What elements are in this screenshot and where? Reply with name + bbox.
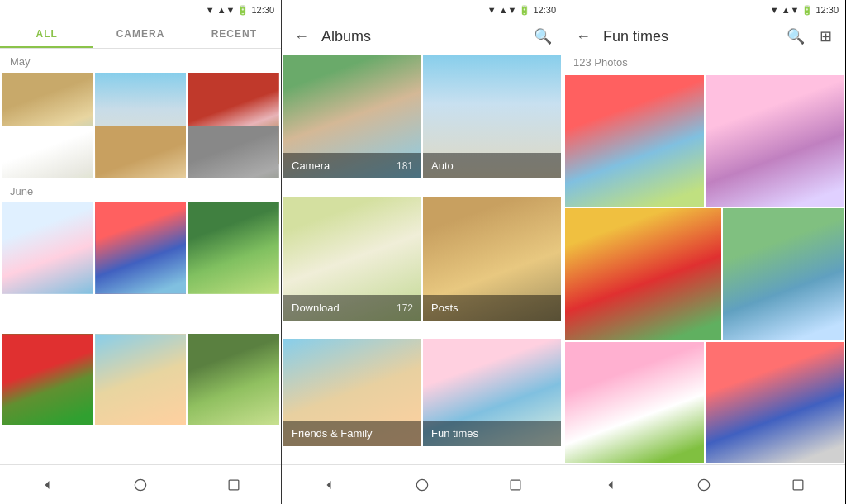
svg-point-7 (699, 479, 710, 490)
signal-icon-2: ▼ (487, 5, 497, 15)
search-icon[interactable]: 🔍 (533, 26, 553, 46)
svg-marker-3 (326, 481, 330, 489)
grid-icon-3[interactable]: ⊞ (815, 26, 835, 46)
album-label-friends: Friends & Family (283, 421, 421, 446)
list-item[interactable] (565, 208, 721, 340)
panel-all-photos: ▼ ▲▼ 🔋 12:30 ALL CAMERA RECENT May June (0, 0, 282, 504)
album-label-camera: Camera 181 (283, 153, 421, 178)
fun-times-title: Fun times (603, 28, 776, 45)
svg-marker-6 (608, 481, 612, 489)
album-count: 172 (397, 302, 413, 314)
back-button-3[interactable] (596, 470, 625, 500)
fun-row-3 (565, 342, 844, 463)
album-name: Auto (431, 159, 454, 172)
home-button-3[interactable] (689, 470, 719, 500)
album-name: Download (292, 302, 340, 314)
album-count: 181 (397, 160, 413, 172)
time-2: 12:30 (533, 5, 556, 15)
list-item[interactable] (95, 202, 187, 294)
status-bar-3: ▼ ▲▼ 🔋 12:30 (563, 0, 845, 20)
list-item[interactable] (706, 342, 844, 463)
list-item[interactable] (188, 202, 279, 294)
status-bar-1: ▼ ▲▼ 🔋 12:30 (0, 0, 281, 20)
album-name: Friends & Family (292, 427, 373, 440)
tab-camera[interactable]: CAMERA (93, 20, 187, 48)
tabs-bar: ALL CAMERA RECENT (0, 20, 281, 49)
section-june: June (0, 178, 281, 201)
photo-grid-june (0, 201, 281, 464)
network-icon-3: ▲▼ (782, 5, 800, 15)
network-icon-2: ▲▼ (499, 5, 517, 15)
album-label-funtimes: Fun times (423, 421, 561, 446)
search-icon-3[interactable]: 🔍 (786, 26, 806, 46)
album-friends[interactable]: Friends & Family (283, 339, 421, 446)
list-item[interactable] (723, 208, 844, 340)
list-item[interactable] (188, 126, 279, 178)
album-auto[interactable]: Auto (423, 55, 561, 178)
list-item[interactable] (2, 126, 93, 178)
recents-button[interactable] (219, 470, 249, 500)
signal-icon: ▼ (206, 5, 215, 15)
tab-recent[interactable]: RECENT (188, 20, 281, 48)
recents-button-2[interactable] (501, 470, 530, 500)
list-item[interactable] (95, 126, 187, 178)
back-button-2[interactable] (314, 470, 344, 500)
svg-point-4 (416, 479, 427, 490)
album-label-posts: Posts (423, 295, 561, 321)
recents-button-3[interactable] (783, 470, 813, 500)
battery-icon: 🔋 (237, 5, 249, 16)
home-button-2[interactable] (407, 470, 437, 500)
battery-icon-3: 🔋 (801, 5, 813, 16)
time-1: 12:30 (251, 5, 274, 15)
tab-all[interactable]: ALL (0, 20, 93, 48)
album-camera[interactable]: Camera 181 (283, 55, 421, 178)
svg-rect-8 (793, 480, 803, 490)
list-item[interactable] (95, 334, 187, 426)
album-name: Posts (431, 302, 459, 314)
back-button[interactable] (32, 470, 62, 500)
panel-fun-times: ▼ ▲▼ 🔋 12:30 ← Fun times 🔍 ⊞ 123 Photos (563, 0, 845, 504)
list-item[interactable] (188, 334, 279, 426)
fun-row-1 (565, 75, 844, 207)
back-arrow-icon[interactable]: ← (292, 26, 311, 46)
nav-bar-1 (0, 464, 281, 504)
status-bar-2: ▼ ▲▼ 🔋 12:30 (282, 0, 563, 20)
album-posts[interactable]: Posts (423, 197, 561, 321)
status-icons-2: ▼ ▲▼ 🔋 12:30 (487, 5, 556, 16)
status-icons-3: ▼ ▲▼ 🔋 12:30 (770, 5, 839, 16)
album-label-auto: Auto (423, 153, 561, 178)
status-icons-1: ▼ ▲▼ 🔋 12:30 (206, 5, 274, 16)
signal-icon-3: ▼ (770, 5, 779, 15)
section-may: May (0, 49, 281, 71)
svg-marker-0 (45, 481, 49, 489)
photos-count: 123 Photos (563, 53, 845, 74)
home-button[interactable] (126, 470, 155, 500)
back-arrow-icon-3[interactable]: ← (573, 26, 593, 46)
battery-icon-2: 🔋 (519, 5, 530, 16)
albums-title: Albums (321, 28, 523, 45)
list-item[interactable] (2, 334, 93, 426)
fun-times-grid (563, 74, 845, 464)
fun-row-2 (565, 208, 844, 340)
album-name: Fun times (431, 427, 478, 440)
time-3: 12:30 (815, 5, 839, 15)
panel-albums: ▼ ▲▼ 🔋 12:30 ← Albums 🔍 Camera 181 Auto (282, 0, 563, 504)
list-item[interactable] (706, 75, 844, 207)
nav-bar-2 (282, 464, 563, 504)
list-item[interactable] (2, 202, 93, 294)
albums-grid: Camera 181 Auto Download 172 Posts (282, 53, 563, 464)
svg-point-1 (135, 479, 145, 490)
list-item[interactable] (565, 75, 704, 207)
album-name: Camera (292, 159, 330, 172)
albums-header: ← Albums 🔍 (282, 20, 563, 53)
nav-bar-3 (563, 464, 845, 504)
svg-rect-5 (511, 480, 520, 490)
fun-times-header: ← Fun times 🔍 ⊞ (563, 20, 845, 53)
album-download[interactable]: Download 172 (283, 197, 421, 321)
photo-grid-may (0, 71, 281, 178)
list-item[interactable] (565, 342, 704, 463)
album-label-download: Download 172 (283, 295, 421, 321)
album-funtimes[interactable]: Fun times (423, 339, 561, 446)
svg-rect-2 (229, 480, 239, 490)
network-icon: ▲▼ (217, 5, 235, 15)
